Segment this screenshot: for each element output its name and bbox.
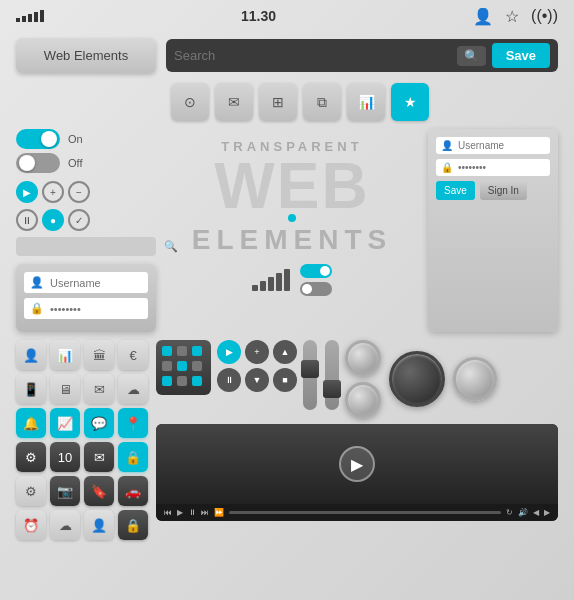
toggle-on[interactable] bbox=[16, 129, 60, 149]
search-input[interactable] bbox=[174, 48, 451, 63]
grid-icon-17[interactable]: 📷 bbox=[50, 476, 80, 506]
video-fast-fwd-btn[interactable]: ⏩ bbox=[214, 508, 224, 517]
grid-icon-12[interactable]: ⚙ bbox=[16, 442, 46, 472]
status-bar: 11.30 👤 ☆ ((•)) bbox=[0, 0, 574, 32]
video-skip-fwd-btn[interactable]: ⏭ bbox=[201, 508, 209, 517]
small-knob-2[interactable] bbox=[345, 382, 381, 418]
lock-icon: 🔒 bbox=[30, 302, 44, 315]
slider-1[interactable] bbox=[303, 340, 317, 410]
grid-icon-18[interactable]: 🔖 bbox=[84, 476, 114, 506]
media-pause-btn[interactable]: ⏸ bbox=[217, 368, 241, 392]
right-username-input[interactable] bbox=[458, 140, 574, 151]
grid-icon-1[interactable]: 📊 bbox=[50, 340, 80, 370]
video-play-button[interactable]: ▶ bbox=[339, 446, 375, 482]
toggle-on-knob bbox=[41, 131, 57, 147]
grid-icon-9[interactable]: 📈 bbox=[50, 408, 80, 438]
icon-grid: 👤📊🏛€📱🖥✉☁🔔📈💬📍⚙10✉🔒⚙📷🔖🚗⏰☁👤🔒 bbox=[16, 340, 148, 540]
grid-icon-0[interactable]: 👤 bbox=[16, 340, 46, 370]
mail-icon-btn[interactable]: ✉ bbox=[215, 83, 253, 121]
media-down-btn[interactable]: ▼ bbox=[245, 368, 269, 392]
star-icon: ☆ bbox=[505, 7, 519, 26]
target-icon-btn[interactable]: ⊙ bbox=[171, 83, 209, 121]
person-icon: 👤 bbox=[473, 7, 493, 26]
video-pause-ctrl-btn[interactable]: ⏸ bbox=[188, 508, 196, 517]
media-play-btn[interactable]: ▶ bbox=[217, 340, 241, 364]
layers-icon-btn[interactable]: ⧉ bbox=[303, 83, 341, 121]
grid-icon-15[interactable]: 🔒 bbox=[118, 442, 148, 472]
grid-icon-2[interactable]: 🏛 bbox=[84, 340, 114, 370]
elements-label: ELEMENTS bbox=[192, 224, 392, 256]
signal-indicator bbox=[16, 10, 44, 22]
web-elements-button[interactable]: Web Elements bbox=[16, 38, 156, 73]
toggle-off[interactable] bbox=[16, 153, 60, 173]
top-row: Web Elements 🔍 Save bbox=[16, 38, 558, 73]
star-icon-btn[interactable]: ★ bbox=[391, 83, 429, 121]
right-password-field: 🔒 bbox=[436, 159, 550, 176]
grid-icon-21[interactable]: ☁ bbox=[50, 510, 80, 540]
media-row-2: ⏸ ▼ ■ bbox=[217, 368, 297, 392]
grid-icon-6[interactable]: ✉ bbox=[84, 374, 114, 404]
pause-btn[interactable]: ⏸ bbox=[16, 209, 38, 231]
grid-icon-3[interactable]: € bbox=[118, 340, 148, 370]
grid-icon-22[interactable]: 👤 bbox=[84, 510, 114, 540]
grid-icon-20[interactable]: ⏰ bbox=[16, 510, 46, 540]
small-toggle-1[interactable] bbox=[300, 264, 332, 278]
check-btn[interactable]: ✓ bbox=[68, 209, 90, 231]
grid-icon-btn[interactable]: ⊞ bbox=[259, 83, 297, 121]
user-icon: 👤 bbox=[30, 276, 44, 289]
right-save-button[interactable]: Save bbox=[436, 181, 475, 200]
toggle-on-row: On bbox=[16, 129, 156, 149]
grid-icon-8[interactable]: 🔔 bbox=[16, 408, 46, 438]
wifi-icon: ((•)) bbox=[531, 7, 558, 25]
video-vol-btn[interactable]: 🔊 bbox=[518, 508, 528, 517]
chart-icon-btn[interactable]: 📊 bbox=[347, 83, 385, 121]
grid-icon-14[interactable]: ✉ bbox=[84, 442, 114, 472]
small-knob-1[interactable] bbox=[345, 340, 381, 376]
slider-1-knob[interactable] bbox=[301, 360, 319, 378]
save-button[interactable]: Save bbox=[492, 43, 550, 68]
signal-bars-display bbox=[252, 269, 290, 291]
grid-icon-19[interactable]: 🚗 bbox=[118, 476, 148, 506]
media-grid-box bbox=[156, 340, 211, 395]
dot-btn[interactable]: ● bbox=[42, 209, 64, 231]
right-auth-buttons: Save Sign In bbox=[436, 181, 550, 200]
right-password-input[interactable] bbox=[458, 162, 574, 173]
small-controls: ▶ + − bbox=[16, 181, 156, 203]
video-skip-back-btn[interactable]: ⏮ bbox=[164, 508, 172, 517]
video-play-ctrl-btn[interactable]: ▶ bbox=[177, 508, 183, 517]
media-add-btn[interactable]: + bbox=[245, 340, 269, 364]
minus-btn[interactable]: − bbox=[68, 181, 90, 203]
search-mini: 🔍 bbox=[16, 237, 156, 256]
grid-icon-10[interactable]: 💬 bbox=[84, 408, 114, 438]
play-btn[interactable]: ▶ bbox=[16, 181, 38, 203]
video-next-btn[interactable]: ▶ bbox=[544, 508, 550, 517]
grid-icon-13[interactable]: 10 bbox=[50, 442, 80, 472]
username-field: 👤 bbox=[24, 272, 148, 293]
login-form: 👤 🔒 bbox=[16, 264, 156, 332]
right-signin-button[interactable]: Sign In bbox=[480, 181, 527, 200]
grid-icon-5[interactable]: 🖥 bbox=[50, 374, 80, 404]
media-stop-btn[interactable]: ■ bbox=[273, 368, 297, 392]
grid-icon-4[interactable]: 📱 bbox=[16, 374, 46, 404]
small-toggle-2[interactable] bbox=[300, 282, 332, 296]
media-up-btn[interactable]: ▲ bbox=[273, 340, 297, 364]
video-prev-btn[interactable]: ◀ bbox=[533, 508, 539, 517]
slider-2[interactable] bbox=[325, 340, 339, 410]
search-mini-input[interactable] bbox=[22, 241, 160, 253]
add-btn[interactable]: + bbox=[42, 181, 64, 203]
video-progress-bar[interactable] bbox=[229, 511, 501, 514]
grid-icon-11[interactable]: 📍 bbox=[118, 408, 148, 438]
right-login-form: 👤 🔒 Save Sign In bbox=[428, 129, 558, 332]
middle-bottom: ▶ + ▲ ⏸ ▼ ■ bbox=[156, 340, 558, 540]
toggle-off-row: Off bbox=[16, 153, 156, 173]
grid-icon-7[interactable]: ☁ bbox=[118, 374, 148, 404]
video-refresh-btn[interactable]: ↻ bbox=[506, 508, 513, 517]
search-icon-button[interactable]: 🔍 bbox=[457, 46, 486, 66]
grid-icon-16[interactable]: ⚙ bbox=[16, 476, 46, 506]
grid-icon-23[interactable]: 🔒 bbox=[118, 510, 148, 540]
search-bar: 🔍 Save bbox=[166, 39, 558, 72]
medium-knob[interactable] bbox=[453, 357, 497, 401]
large-knob[interactable] bbox=[389, 351, 445, 407]
main-content: Web Elements 🔍 Save ⊙ ✉ ⊞ ⧉ 📊 ★ On bbox=[0, 32, 574, 546]
slider-2-knob[interactable] bbox=[323, 380, 341, 398]
